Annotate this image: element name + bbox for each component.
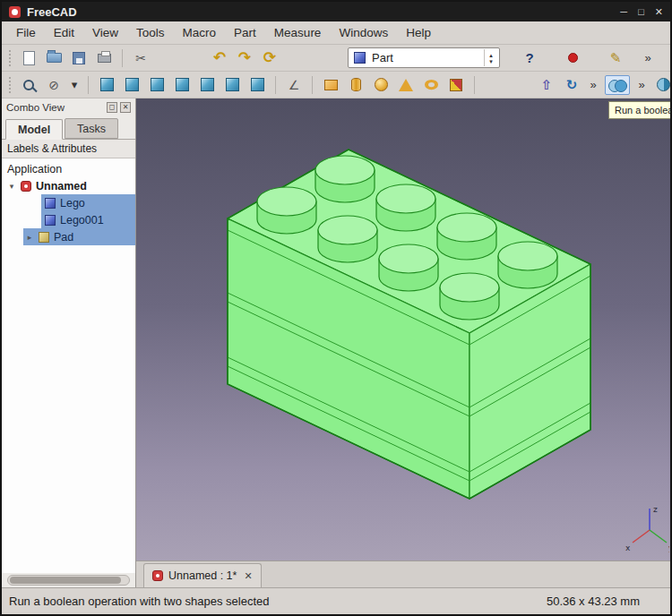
view-bottom-button[interactable] [222, 75, 242, 95]
menu-item-view[interactable]: View [83, 23, 127, 42]
cylinder-button[interactable] [346, 75, 366, 95]
tab-tasks[interactable]: Tasks [65, 118, 118, 139]
cross-section-button[interactable] [653, 75, 672, 95]
new-document-button[interactable] [19, 48, 39, 68]
pad-icon [39, 232, 49, 243]
cone-icon [399, 79, 413, 91]
refresh-icon: ⟳ [263, 48, 276, 67]
revolve-button[interactable]: ↻ [562, 75, 582, 95]
minimize-button[interactable]: ─ [620, 6, 627, 18]
view-rear-button[interactable] [197, 75, 217, 95]
view-axonometric-button[interactable] [97, 75, 116, 95]
tree-horizontal-scrollbar[interactable] [2, 573, 135, 587]
workbench-spinner[interactable]: ▴ ▾ [484, 49, 497, 66]
redo-button[interactable]: ↷ [235, 48, 254, 68]
toolbar-drag-handle[interactable] [9, 77, 12, 93]
axis-indicator: z x y [625, 505, 669, 552]
shape-builder-button[interactable] [446, 75, 466, 95]
lego001-label: Lego001 [60, 214, 104, 227]
whats-this-button[interactable]: ? [520, 48, 539, 68]
document-tab-bar: Unnamed : 1* ✕ [136, 560, 670, 587]
macro-edit-button[interactable]: ✎ [606, 48, 625, 68]
top-view-icon [151, 78, 164, 91]
save-icon [73, 52, 85, 64]
tree-item-lego[interactable]: Lego [41, 194, 135, 211]
view-front-button[interactable] [122, 75, 142, 95]
toolbar-separator [312, 76, 313, 94]
float-panel-button[interactable]: ◻ [107, 102, 117, 113]
window-title: FreeCAD [27, 5, 77, 19]
boolean-operation-button[interactable] [605, 75, 630, 95]
undo-icon: ↶ [213, 48, 226, 67]
macro-record-button[interactable] [563, 48, 582, 68]
status-dimensions: 50.36 x 43.23 mm [547, 595, 640, 608]
chevron-down-icon: ▾ [72, 78, 78, 91]
scrollbar-thumb[interactable] [10, 577, 121, 584]
open-file-button[interactable] [44, 48, 64, 68]
tab-model[interactable]: Model [5, 119, 63, 140]
view-left-button[interactable] [247, 75, 267, 95]
tree-item-pad[interactable]: ▸ Pad [23, 228, 135, 245]
extrude-icon: ⇧ [541, 77, 553, 93]
menu-item-macro[interactable]: Macro [174, 23, 226, 42]
cylinder-icon [351, 78, 361, 91]
toolbar-separator [88, 76, 89, 94]
lego-label: Lego [60, 197, 85, 210]
title-bar[interactable]: FreeCAD ─ □ ✕ [2, 2, 670, 21]
lego-brick-model[interactable]: z x y [136, 98, 669, 560]
draw-style-dropdown[interactable]: ▾ [69, 75, 80, 95]
tree-item-lego001[interactable]: Lego001 [41, 211, 135, 228]
box-button[interactable] [321, 75, 340, 95]
macro-edit-icon: ✎ [610, 50, 622, 66]
spin-up-icon: ▴ [489, 52, 493, 58]
tree-item-application[interactable]: Application [2, 160, 135, 177]
combo-view-titlebar[interactable]: Combo View ◻ ✕ [2, 98, 135, 116]
toolbar-drag-handle[interactable] [9, 50, 12, 66]
left-view-icon [251, 78, 264, 91]
view-top-button[interactable] [147, 75, 167, 95]
view-right-button[interactable] [172, 75, 192, 95]
menu-item-part[interactable]: Part [225, 23, 265, 42]
open-folder-icon [47, 53, 62, 63]
freecad-logo-icon [9, 6, 21, 18]
close-button[interactable]: ✕ [655, 6, 663, 18]
toolbar-overflow-button[interactable]: » [638, 48, 658, 68]
document-tab[interactable]: Unnamed : 1* ✕ [143, 563, 262, 587]
menu-item-windows[interactable]: Windows [330, 23, 397, 42]
right-view-icon [176, 78, 189, 91]
close-panel-button[interactable]: ✕ [120, 102, 131, 113]
tree-item-document[interactable]: ▾ Unnamed [2, 177, 135, 194]
menu-item-help[interactable]: Help [397, 23, 440, 42]
undo-button[interactable]: ↶ [210, 48, 229, 68]
save-button[interactable] [69, 48, 89, 68]
menu-item-tools[interactable]: Tools [127, 23, 174, 42]
shape-builder-icon [450, 79, 462, 91]
fit-all-button[interactable] [19, 75, 39, 95]
box-icon [324, 80, 338, 90]
main-area: Combo View ◻ ✕ Model Tasks Labels & Attr… [2, 98, 670, 587]
cut-icon: ✂ [135, 51, 146, 65]
overflow-button-1[interactable]: » [587, 75, 599, 95]
print-button[interactable] [94, 48, 114, 68]
cone-button[interactable] [396, 75, 416, 95]
expander-open-icon[interactable]: ▾ [7, 182, 16, 191]
overflow-button-2[interactable]: » [635, 75, 648, 95]
menu-item-file[interactable]: File [7, 23, 45, 42]
draw-style-button[interactable]: ⊘ [44, 75, 64, 95]
menu-item-edit[interactable]: Edit [45, 23, 83, 42]
torus-icon [425, 80, 438, 90]
3d-viewport[interactable]: z x y [136, 98, 670, 560]
extrude-button[interactable]: ⇧ [537, 75, 556, 95]
expander-closed-icon[interactable]: ▸ [25, 233, 34, 242]
maximize-button[interactable]: □ [638, 6, 644, 18]
sphere-button[interactable] [371, 75, 391, 95]
scrollbar-track[interactable] [7, 575, 130, 586]
workbench-selector[interactable]: Part ▴ ▾ [348, 47, 500, 68]
refresh-button[interactable]: ⟳ [260, 48, 280, 68]
print-icon [98, 54, 111, 63]
menu-item-measure[interactable]: Measure [265, 23, 331, 42]
tab-close-icon[interactable]: ✕ [244, 570, 252, 582]
cut-button[interactable]: ✂ [131, 48, 151, 68]
torus-button[interactable] [421, 75, 441, 95]
measure-button[interactable]: ∠ [284, 75, 304, 95]
